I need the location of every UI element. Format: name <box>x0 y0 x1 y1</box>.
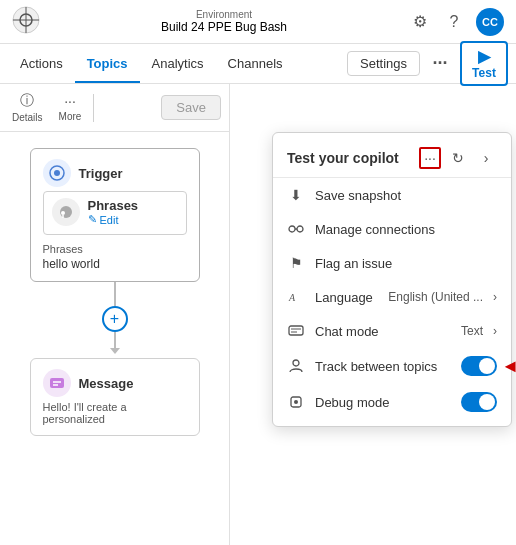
message-header: Message <box>43 369 187 397</box>
manage-connections-icon <box>287 220 305 238</box>
left-panel: ⓘ Details ··· More Save <box>0 84 230 545</box>
test-icon: ▶ <box>478 47 490 66</box>
top-bar-icons: ⚙ ? CC <box>408 8 504 36</box>
svg-point-19 <box>293 360 299 366</box>
phrases-icon <box>52 198 80 226</box>
phrases-value: hello world <box>43 257 187 271</box>
track-topics-toggle[interactable] <box>461 356 497 376</box>
debug-svg <box>288 394 304 410</box>
phrases-svg <box>58 204 74 220</box>
environment-icon <box>12 6 40 34</box>
svg-point-12 <box>289 226 295 232</box>
svg-point-13 <box>297 226 303 232</box>
more-button[interactable]: ··· More <box>55 91 86 124</box>
debug-toggle-knob <box>479 394 495 410</box>
message-icon <box>43 369 71 397</box>
trigger-title: Trigger <box>79 166 123 181</box>
env-name: Build 24 PPE Bug Bash <box>161 20 287 34</box>
track-topics-label: Track between topics <box>315 359 451 374</box>
phrases-inner-card[interactable]: Phrases ✎ Edit <box>43 191 187 235</box>
dropdown-item-flag-issue[interactable]: ⚑ Flag an issue <box>273 246 511 280</box>
dropdown-item-track-topics[interactable]: Track between topics ◄ <box>273 348 511 384</box>
tab-actions[interactable]: Actions <box>8 44 75 83</box>
dropdown-panel: Test your copilot ··· ↻ › ⬇ Save snapsho… <box>272 132 512 427</box>
language-icon: A <box>287 288 305 306</box>
trigger-svg <box>49 165 65 181</box>
gear-icon[interactable]: ⚙ <box>408 10 432 34</box>
red-arrow-indicator: ◄ <box>501 356 516 377</box>
more-icon: ··· <box>64 93 76 109</box>
dropdown-item-language[interactable]: A Language English (United ... › <box>273 280 511 314</box>
trigger-icon <box>43 159 71 187</box>
tab-analytics[interactable]: Analytics <box>140 44 216 83</box>
message-preview: Hello! I'll create a personalized <box>43 401 187 425</box>
arrow-down <box>110 348 120 354</box>
toggle-knob <box>479 358 495 374</box>
save-button[interactable]: Save <box>161 95 221 120</box>
test-button[interactable]: ▶ Test <box>460 41 508 86</box>
details-button[interactable]: ⓘ Details <box>8 90 47 125</box>
language-label: Language <box>315 290 378 305</box>
settings-button[interactable]: Settings <box>347 51 420 76</box>
trigger-node[interactable]: Trigger Phrases <box>30 148 200 282</box>
debug-mode-label: Debug mode <box>315 395 451 410</box>
manage-connections-label: Manage connections <box>315 222 497 237</box>
phrases-label: Phrases <box>43 243 187 255</box>
chat-svg <box>288 323 304 339</box>
main-content: ⓘ Details ··· More Save <box>0 84 516 545</box>
edit-pencil-icon: ✎ <box>88 213 97 226</box>
env-label: Environment <box>196 9 252 20</box>
env-icon-placeholder <box>12 6 40 37</box>
dropdown-header: Test your copilot ··· ↻ › <box>273 139 511 178</box>
tab-topics[interactable]: Topics <box>75 44 140 83</box>
nav-tabs: Actions Topics Analytics Channels <box>8 44 347 83</box>
canvas-area: Trigger Phrases <box>0 132 229 545</box>
dropdown-refresh-button[interactable]: ↻ <box>447 147 469 169</box>
help-icon[interactable]: ? <box>442 10 466 34</box>
avatar[interactable]: CC <box>476 8 504 36</box>
svg-point-7 <box>61 211 65 215</box>
svg-rect-9 <box>50 378 64 388</box>
dropdown-item-chat-mode[interactable]: Chat mode Text › <box>273 314 511 348</box>
dropdown-header-icons: ··· ↻ › <box>419 147 497 169</box>
nav-right-actions: Settings ··· ▶ Test <box>347 41 508 86</box>
nav-bar: Actions Topics Analytics Channels Settin… <box>0 44 516 84</box>
dropdown-item-debug-mode[interactable]: Debug mode <box>273 384 511 420</box>
debug-mode-toggle[interactable] <box>461 392 497 412</box>
flag-issue-label: Flag an issue <box>315 256 497 271</box>
message-node[interactable]: Message Hello! I'll create a personalize… <box>30 358 200 436</box>
flag-icon: ⚑ <box>287 254 305 272</box>
chat-mode-arrow-icon: › <box>493 324 497 338</box>
debug-mode-icon <box>287 393 305 411</box>
details-icon: ⓘ <box>20 92 34 110</box>
trigger-header: Trigger <box>43 159 187 187</box>
message-svg <box>49 375 65 391</box>
language-arrow-icon: › <box>493 290 497 304</box>
track-topics-icon <box>287 357 305 375</box>
save-snapshot-icon: ⬇ <box>287 186 305 204</box>
svg-text:A: A <box>288 292 296 303</box>
dropdown-title: Test your copilot <box>287 150 399 166</box>
save-snapshot-label: Save snapshot <box>315 188 497 203</box>
language-svg: A <box>288 289 304 305</box>
dropdown-item-manage-connections[interactable]: Manage connections <box>273 212 511 246</box>
message-title: Message <box>79 376 134 391</box>
toolbar-row: ⓘ Details ··· More Save <box>0 84 229 132</box>
top-bar: Environment Build 24 PPE Bug Bash ⚙ ? CC <box>0 0 516 44</box>
phrases-edit-link[interactable]: ✎ Edit <box>88 213 139 226</box>
chat-mode-value: Text <box>461 324 483 338</box>
phrases-info: Phrases hello world <box>43 241 187 271</box>
svg-point-5 <box>54 170 60 176</box>
toolbar-divider <box>93 94 94 122</box>
tab-channels[interactable]: Channels <box>216 44 295 83</box>
dropdown-expand-button[interactable]: › <box>475 147 497 169</box>
chat-mode-icon <box>287 322 305 340</box>
dropdown-item-save-snapshot[interactable]: ⬇ Save snapshot <box>273 178 511 212</box>
nav-ellipsis-button[interactable]: ··· <box>426 50 454 78</box>
connections-svg <box>288 221 304 237</box>
chat-mode-label: Chat mode <box>315 324 451 339</box>
add-node-button[interactable]: + <box>102 306 128 332</box>
dropdown-more-button[interactable]: ··· <box>419 147 441 169</box>
track-svg <box>288 358 304 374</box>
connector-2 <box>114 332 116 348</box>
